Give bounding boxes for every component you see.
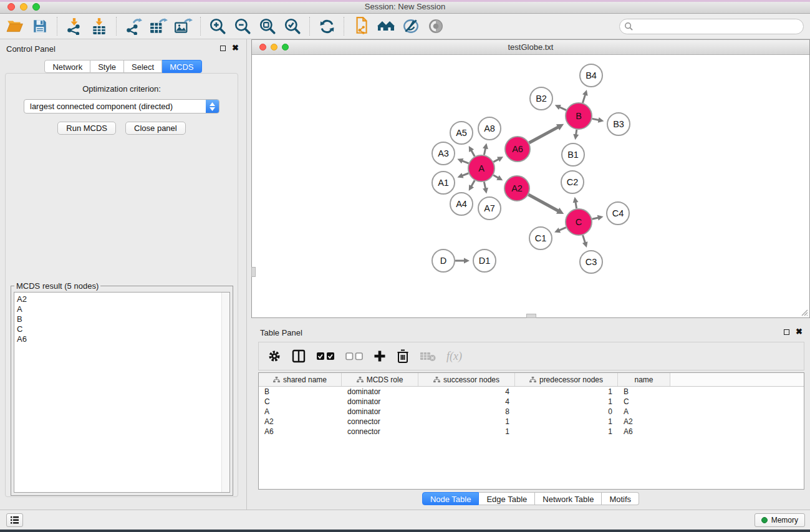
tab-edge-table[interactable]: Edge Table — [479, 492, 535, 505]
graph-edge-A6-B[interactable] — [529, 127, 559, 143]
table-cell[interactable]: dominator — [342, 407, 418, 417]
column-header-successor-nodes[interactable]: successor nodes — [418, 373, 515, 386]
memory-button[interactable]: Memory — [755, 513, 805, 527]
network-canvas[interactable]: AA1A2A3A4A5A6A7A8BB1B2B3B4CC1C2C3C4DD1 — [252, 55, 809, 317]
panel-grab-handle[interactable] — [526, 314, 536, 318]
table-cell[interactable]: 1 — [515, 427, 618, 437]
table-settings-icon[interactable] — [268, 349, 281, 363]
table-row[interactable]: Bdominator41B — [259, 387, 804, 397]
import-network-icon[interactable] — [62, 15, 87, 37]
mcds-result-item[interactable]: B — [17, 314, 229, 324]
graph-node-C4[interactable]: C4 — [607, 202, 629, 225]
criterion-dropdown[interactable]: largest connected component (directed) — [24, 99, 219, 114]
graph-node-A5[interactable]: A5 — [450, 122, 473, 144]
close-panel-button[interactable]: Close panel — [125, 122, 186, 135]
graph-node-B1[interactable]: B1 — [562, 143, 584, 166]
table-cell[interactable]: C — [618, 397, 670, 407]
run-mcds-button[interactable]: Run MCDS — [57, 122, 116, 135]
export-network-icon[interactable] — [121, 15, 146, 37]
table-cell[interactable]: 0 — [515, 407, 618, 417]
zoom-fit-icon[interactable] — [255, 15, 280, 37]
mcds-result-item[interactable]: A2 — [17, 294, 229, 304]
mcds-result-item[interactable]: C — [17, 324, 229, 334]
graph-node-B3[interactable]: B3 — [607, 113, 630, 135]
export-image-icon[interactable] — [171, 15, 196, 37]
export-table-icon[interactable] — [146, 15, 171, 37]
mcds-result-item[interactable]: A6 — [17, 334, 229, 344]
table-cell[interactable]: A — [259, 407, 342, 417]
tab-select[interactable]: Select — [124, 60, 162, 73]
network-window-titlebar[interactable]: testGlobe.txt — [252, 40, 809, 55]
close-window-button[interactable] — [7, 3, 15, 11]
show-panels-button[interactable] — [6, 513, 23, 527]
float-panel-icon[interactable] — [784, 329, 789, 335]
table-cell[interactable]: 1 — [515, 397, 618, 407]
tab-style[interactable]: Style — [90, 60, 124, 73]
zoom-window-button[interactable] — [32, 3, 40, 11]
graph-node-C2[interactable]: C2 — [561, 171, 584, 193]
refresh-layout-icon[interactable] — [314, 15, 339, 37]
table-cell[interactable]: A2 — [618, 417, 670, 427]
graph-node-C3[interactable]: C3 — [580, 251, 602, 273]
tab-mcds[interactable]: MCDS — [162, 60, 201, 73]
column-header-MCDS-role[interactable]: MCDS role — [342, 373, 418, 386]
graph-node-D1[interactable]: D1 — [473, 249, 496, 272]
table-cell[interactable]: 4 — [418, 387, 515, 397]
save-session-icon[interactable] — [27, 15, 52, 37]
table-cell[interactable]: C — [259, 397, 342, 407]
open-session-icon[interactable] — [2, 15, 27, 37]
mcds-list-scrollbar[interactable] — [221, 293, 229, 492]
table-cell[interactable]: 1 — [418, 417, 515, 427]
search-input[interactable] — [634, 21, 803, 33]
hide-annotations-icon[interactable] — [398, 15, 423, 37]
graph-node-B[interactable]: B — [566, 103, 592, 129]
table-cell[interactable]: A2 — [259, 417, 342, 427]
float-panel-icon[interactable] — [220, 46, 226, 51]
search-field[interactable] — [619, 19, 804, 34]
graph-node-A1[interactable]: A1 — [432, 172, 455, 194]
zoom-out-icon[interactable] — [230, 15, 255, 37]
delete-columns-icon[interactable] — [397, 349, 409, 363]
minimize-window-button[interactable] — [20, 3, 27, 11]
show-graphics-details-icon[interactable] — [423, 15, 448, 37]
tab-network-table[interactable]: Network Table — [535, 492, 602, 505]
unselect-all-columns-icon[interactable] — [345, 352, 363, 360]
table-cell[interactable]: A — [618, 407, 670, 417]
import-table-icon[interactable] — [87, 15, 112, 37]
graph-node-A8[interactable]: A8 — [478, 117, 501, 140]
table-cell[interactable]: 1 — [418, 427, 515, 437]
table-cell[interactable]: 1 — [515, 417, 618, 427]
table-cell[interactable]: A6 — [259, 427, 342, 437]
graph-node-A4[interactable]: A4 — [450, 193, 473, 215]
panel-grab-handle[interactable] — [251, 267, 256, 277]
table-cell[interactable]: connector — [342, 417, 418, 427]
tab-node-table[interactable]: Node Table — [422, 492, 480, 505]
function-builder-icon[interactable]: f(x) — [446, 350, 462, 363]
table-cell[interactable]: dominator — [342, 387, 418, 397]
graph-node-A3[interactable]: A3 — [432, 142, 455, 165]
table-row[interactable]: A2connector11A2 — [259, 417, 804, 427]
column-layout-icon[interactable] — [292, 349, 306, 363]
mcds-result-item[interactable]: A — [17, 304, 229, 314]
column-header-predecessor-nodes[interactable]: predecessor nodes — [515, 373, 618, 386]
network-minimize-button[interactable] — [271, 44, 277, 51]
graph-node-B2[interactable]: B2 — [530, 87, 552, 110]
graph-node-B4[interactable]: B4 — [580, 64, 602, 87]
table-cell[interactable]: 1 — [515, 387, 618, 397]
network-zoom-button[interactable] — [282, 44, 289, 51]
graph-edge-B-B4[interactable] — [582, 94, 585, 103]
select-all-columns-icon[interactable] — [316, 352, 335, 360]
graph-node-A2[interactable]: A2 — [504, 176, 529, 201]
add-column-icon[interactable] — [374, 350, 386, 362]
column-header-name[interactable]: name — [618, 373, 670, 386]
graph-node-A7[interactable]: A7 — [478, 197, 501, 220]
close-panel-icon[interactable]: ✖ — [796, 329, 803, 335]
graph-node-A[interactable]: A — [468, 155, 494, 181]
graph-node-C[interactable]: C — [566, 209, 592, 235]
delete-table-icon[interactable] — [420, 351, 436, 362]
tab-network[interactable]: Network — [44, 60, 90, 73]
resize-grip-icon[interactable] — [799, 307, 808, 316]
graph-node-D[interactable]: D — [432, 249, 455, 272]
table-row[interactable]: Adominator80A — [259, 407, 804, 417]
table-cell[interactable]: connector — [342, 427, 418, 437]
